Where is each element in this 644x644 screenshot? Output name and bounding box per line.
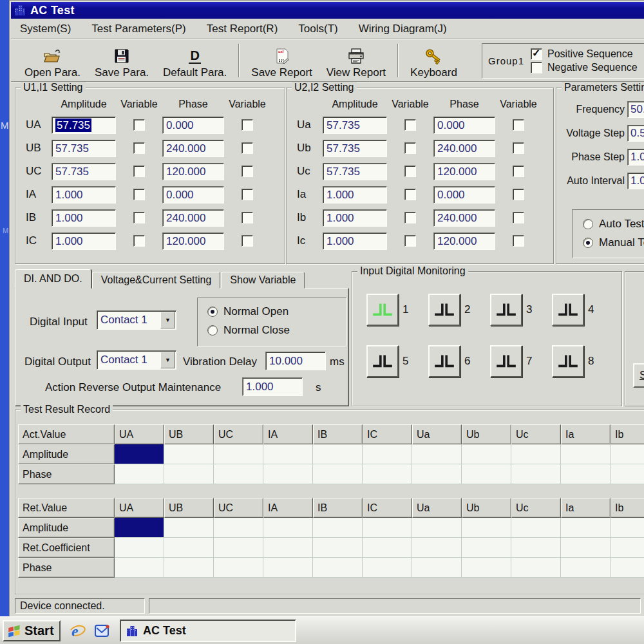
- table-cell[interactable]: [412, 558, 462, 578]
- phase-variable-checkbox[interactable]: [242, 212, 253, 223]
- menu-item[interactable]: Wiring Diagram(J): [359, 23, 447, 35]
- contact-button[interactable]: [366, 345, 399, 377]
- table-cell[interactable]: [164, 518, 214, 538]
- contact-button[interactable]: [428, 345, 460, 377]
- negative-sequence-checkbox[interactable]: [531, 62, 542, 73]
- table-cell[interactable]: [561, 538, 611, 558]
- amplitude-variable-checkbox[interactable]: [404, 119, 416, 131]
- parameter-field[interactable]: 1.00: [627, 149, 644, 166]
- table-cell[interactable]: [511, 558, 561, 578]
- table-cell[interactable]: [462, 558, 511, 578]
- table-cell[interactable]: [363, 464, 412, 484]
- contact-button[interactable]: [490, 294, 522, 326]
- contact-mode-radio[interactable]: Normal Open: [207, 305, 346, 318]
- test-mode-radio[interactable]: Manual Test: [583, 236, 644, 249]
- phase-variable-checkbox[interactable]: [513, 189, 524, 200]
- amplitude-field[interactable]: 1.000: [323, 209, 387, 227]
- amplitude-variable-checkbox[interactable]: [404, 189, 416, 200]
- amplitude-variable-checkbox[interactable]: [133, 119, 145, 131]
- amplitude-variable-checkbox[interactable]: [133, 166, 145, 177]
- table-cell[interactable]: [164, 444, 214, 464]
- menu-item[interactable]: Test Report(R): [207, 23, 278, 35]
- table-cell[interactable]: [115, 464, 164, 484]
- amplitude-field[interactable]: 1.000: [52, 186, 116, 204]
- table-cell[interactable]: [164, 464, 214, 484]
- table-cell[interactable]: [412, 538, 462, 558]
- digital-output-dropdown[interactable]: Contact 1 ▼: [97, 350, 176, 370]
- phase-variable-checkbox[interactable]: [242, 166, 253, 177]
- amplitude-variable-checkbox[interactable]: [133, 212, 145, 223]
- digital-input-dropdown[interactable]: Contact 1 ▼: [97, 310, 176, 330]
- amplitude-field[interactable]: 57.735: [52, 140, 116, 157]
- start-button[interactable]: Start: [3, 620, 61, 641]
- phase-variable-checkbox[interactable]: [513, 142, 524, 154]
- table-cell[interactable]: [214, 518, 263, 538]
- menu-item[interactable]: Tools(T): [298, 23, 337, 35]
- amplitude-field[interactable]: 57.735: [323, 163, 387, 180]
- amplitude-variable-checkbox[interactable]: [133, 189, 145, 200]
- amplitude-field[interactable]: 1.000: [52, 232, 116, 250]
- phase-field[interactable]: 0.000: [162, 186, 224, 204]
- table-cell[interactable]: [363, 444, 412, 464]
- phase-field[interactable]: 0.000: [162, 117, 224, 134]
- table-cell[interactable]: [412, 518, 462, 538]
- table-cell[interactable]: [561, 558, 611, 578]
- tab-show-variable[interactable]: Show Variable: [221, 272, 305, 289]
- dropdown-arrow-icon[interactable]: ▼: [160, 352, 175, 368]
- parameter-field[interactable]: 1.00: [627, 173, 644, 189]
- table-cell[interactable]: [511, 464, 561, 484]
- amplitude-variable-checkbox[interactable]: [133, 142, 145, 154]
- table-cell[interactable]: [164, 538, 214, 558]
- phase-variable-checkbox[interactable]: [242, 189, 253, 200]
- table-cell[interactable]: [263, 558, 313, 578]
- table-cell[interactable]: [263, 464, 313, 484]
- table-cell[interactable]: [263, 538, 313, 558]
- contact-button[interactable]: [366, 294, 399, 326]
- table-cell[interactable]: [462, 464, 511, 484]
- contact-button[interactable]: [490, 345, 522, 377]
- parameter-field[interactable]: 50.0: [627, 101, 644, 118]
- contact-button[interactable]: [552, 294, 584, 326]
- contact-mode-radio[interactable]: Normal Close: [207, 324, 346, 337]
- table-cell[interactable]: [462, 538, 511, 558]
- table-cell[interactable]: [115, 558, 164, 578]
- phase-variable-checkbox[interactable]: [513, 119, 524, 131]
- table-cell[interactable]: [363, 518, 412, 538]
- default-para-button[interactable]: D Default Para.: [156, 43, 234, 79]
- mail-icon[interactable]: [93, 621, 112, 641]
- amplitude-variable-checkbox[interactable]: [404, 235, 416, 247]
- phase-field[interactable]: 0.000: [433, 117, 495, 134]
- open-para-button[interactable]: Open Para.: [17, 43, 88, 79]
- phase-field[interactable]: 240.000: [162, 209, 224, 227]
- phase-variable-checkbox[interactable]: [242, 235, 253, 247]
- phase-field[interactable]: 120.000: [162, 232, 224, 250]
- contact-button[interactable]: [552, 345, 584, 377]
- internet-explorer-icon[interactable]: e: [68, 621, 88, 641]
- action-maintenance-field[interactable]: 1.000: [242, 377, 303, 396]
- amplitude-field[interactable]: 1.000: [323, 232, 387, 250]
- vibration-delay-field[interactable]: 10.000: [265, 352, 326, 370]
- menu-item[interactable]: System(S): [20, 23, 71, 35]
- table-cell[interactable]: [561, 518, 611, 538]
- table-cell[interactable]: [611, 518, 644, 538]
- amplitude-variable-checkbox[interactable]: [133, 235, 145, 247]
- phase-variable-checkbox[interactable]: [513, 166, 524, 177]
- table-cell[interactable]: [263, 444, 313, 464]
- amplitude-field[interactable]: 1.000: [323, 186, 387, 204]
- table-cell[interactable]: [214, 538, 263, 558]
- phase-field[interactable]: 120.000: [433, 232, 495, 250]
- table-cell[interactable]: [115, 538, 164, 558]
- table-cell[interactable]: [611, 558, 644, 578]
- table-cell[interactable]: [511, 518, 561, 538]
- amplitude-field[interactable]: 57.735: [52, 163, 116, 180]
- phase-variable-checkbox[interactable]: [242, 119, 253, 131]
- table-cell[interactable]: [363, 558, 412, 578]
- table-cell[interactable]: [115, 518, 164, 538]
- phase-field[interactable]: 240.000: [433, 209, 495, 227]
- contact-button[interactable]: [428, 294, 460, 326]
- table-cell[interactable]: [611, 538, 644, 558]
- phase-variable-checkbox[interactable]: [513, 212, 524, 223]
- dropdown-arrow-icon[interactable]: ▼: [160, 312, 175, 328]
- amplitude-variable-checkbox[interactable]: [404, 166, 416, 177]
- phase-field[interactable]: 240.000: [433, 140, 495, 157]
